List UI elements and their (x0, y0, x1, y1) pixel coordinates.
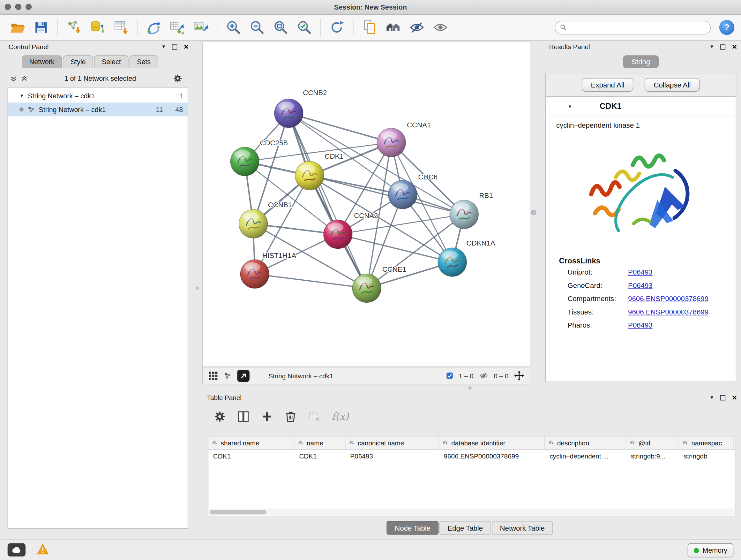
crosslink-link[interactable]: 9606.ENSP00000378699 (628, 295, 709, 303)
delete-column-trash-icon[interactable] (284, 410, 297, 423)
warning-icon (37, 544, 49, 555)
crosslink-link[interactable]: P06493 (628, 321, 653, 329)
network-node-CDK1[interactable]: CDK1 (295, 152, 344, 190)
panel-collapse-icon[interactable]: ▼ (710, 395, 714, 400)
search-input[interactable] (570, 23, 705, 32)
import-network-database-button[interactable] (86, 17, 108, 38)
column-header-name[interactable]: name (294, 436, 346, 449)
network-edge-CCNB2-CCNE1[interactable] (289, 113, 367, 288)
zoom-in-button[interactable] (222, 17, 244, 38)
left-splitter-handle[interactable] (196, 287, 199, 290)
clone-network-button[interactable] (359, 17, 381, 38)
tab-sets[interactable]: Sets (129, 55, 158, 68)
pan-crosshair-icon[interactable] (514, 371, 524, 381)
network-node-RB1[interactable]: RB1 (450, 192, 493, 229)
new-network-button[interactable] (143, 17, 164, 38)
refresh-button[interactable] (326, 17, 348, 38)
expand-all-icon[interactable] (10, 75, 17, 81)
crosslink-link[interactable]: P06493 (628, 268, 653, 276)
search-field[interactable] (555, 20, 711, 34)
grid-view-icon[interactable] (208, 371, 218, 381)
tab-network[interactable]: Network (22, 55, 62, 68)
network-node-CCNB1[interactable]: CCNB1 (239, 201, 292, 238)
save-session-button[interactable] (30, 17, 52, 38)
network-collection-row[interactable]: ▼ String Network – cdk1 1 (8, 89, 188, 103)
column-header--id[interactable]: @id (626, 436, 679, 449)
close-button[interactable] (5, 4, 11, 10)
expand-all-button[interactable]: Expand All (582, 78, 633, 91)
panel-close-icon[interactable]: ✕ (184, 44, 189, 50)
show-all-button[interactable] (429, 17, 451, 38)
network-node-CCNE1[interactable]: CCNE1 (352, 265, 406, 303)
collapse-all-icon[interactable] (21, 75, 27, 81)
column-header-description[interactable]: description (545, 436, 626, 449)
results-actions: Expand All Collapse All (545, 73, 736, 97)
hidden-eye-icon[interactable] (479, 371, 488, 380)
table-row[interactable]: CDK1CDK1P064939606.ENSP00000378699cyclin… (208, 449, 735, 462)
new-network-icon (145, 19, 161, 36)
home-layout-button[interactable] (382, 17, 404, 38)
tab-network-table[interactable]: Network Table (492, 521, 553, 535)
zoom-button[interactable] (25, 4, 31, 10)
network-canvas[interactable]: CCNB2CCNA1CDC25BCDK1CDC6RB1CCNB1CCNA2CDK… (203, 42, 530, 367)
right-splitter-handle[interactable] (531, 210, 536, 215)
zoom-out-button[interactable] (246, 17, 268, 38)
tab-string[interactable]: String (623, 55, 658, 68)
import-table-button[interactable] (110, 17, 132, 38)
panel-float-icon[interactable] (720, 395, 725, 400)
column-header-namespac[interactable]: namespac (679, 436, 734, 449)
collection-expand-icon[interactable]: ▼ (19, 93, 24, 98)
memory-button[interactable]: Memory (687, 543, 733, 557)
add-column-icon[interactable] (261, 410, 273, 423)
zoom-fit-button[interactable] (270, 17, 292, 38)
collapse-all-button[interactable]: Collapse All (645, 78, 699, 91)
tab-edge-table[interactable]: Edge Table (440, 521, 491, 535)
section-expand-icon[interactable]: ▼ (568, 104, 572, 109)
gene-section-header[interactable]: ▼ CDK1 (546, 97, 736, 117)
panel-close-icon[interactable]: ✕ (732, 394, 737, 401)
network-from-table-button[interactable] (166, 17, 188, 38)
network-node-CDKN1A[interactable]: CDKN1A (438, 239, 495, 276)
column-header-canonical-name[interactable]: canonical name (346, 436, 439, 449)
table-options-gear-icon[interactable] (213, 410, 226, 423)
tab-style[interactable]: Style (63, 55, 93, 68)
network-edge-CCNE1-HIST1H1A[interactable] (255, 274, 367, 288)
open-session-button[interactable] (7, 17, 28, 38)
network-edge-CDK1-RB1[interactable] (310, 176, 464, 214)
selected-checkbox-icon[interactable] (446, 372, 453, 379)
tab-select[interactable]: Select (94, 55, 128, 68)
column-header-database-identifier[interactable]: database identifier (439, 436, 545, 449)
network-view-toolbar: String Network – cdk1 1 – 0 0 – 0 (202, 367, 530, 384)
scrollbar-thumb[interactable] (210, 510, 267, 514)
panel-float-icon[interactable] (720, 44, 725, 49)
network-node-HIST1H1A[interactable]: HIST1H1A (240, 252, 296, 289)
node-label-CCNA1: CCNA1 (407, 121, 431, 129)
crosslink-row: Tissues:9606.ENSP00000378699 (568, 308, 736, 316)
tab-node-table[interactable]: Node Table (387, 521, 439, 535)
network-node-CCNA1[interactable]: CCNA1 (377, 121, 431, 157)
network-share-icon[interactable] (223, 372, 231, 380)
minimize-button[interactable] (15, 4, 21, 10)
network-image-button[interactable] (190, 17, 212, 38)
export-view-button[interactable] (237, 369, 250, 382)
panel-float-icon[interactable] (172, 44, 177, 49)
network-edge-CCNB2-CCNA1[interactable] (289, 113, 391, 143)
horizontal-scrollbar[interactable] (209, 509, 735, 515)
cloud-button[interactable] (8, 543, 25, 557)
panel-collapse-icon[interactable]: ▼ (161, 44, 166, 49)
crosslink-link[interactable]: P06493 (628, 281, 653, 289)
hide-selected-button[interactable] (406, 17, 428, 38)
warning-button[interactable] (37, 544, 49, 555)
crosslink-link[interactable]: 9606.ENSP00000378699 (628, 308, 709, 316)
copy-document-icon (361, 19, 378, 36)
panel-collapse-icon[interactable]: ▼ (710, 44, 714, 49)
column-header-shared-name[interactable]: shared name (208, 436, 294, 449)
import-network-file-button[interactable] (63, 17, 84, 38)
bottom-splitter-handle[interactable] (468, 386, 472, 389)
show-columns-icon[interactable] (237, 410, 250, 423)
panel-close-icon[interactable]: ✕ (732, 44, 737, 50)
network-row[interactable]: String Network – cdk1 11 48 (8, 103, 188, 116)
help-button[interactable]: ? (719, 20, 734, 35)
network-options-gear-icon[interactable] (173, 74, 183, 83)
zoom-selected-button[interactable] (293, 17, 315, 38)
